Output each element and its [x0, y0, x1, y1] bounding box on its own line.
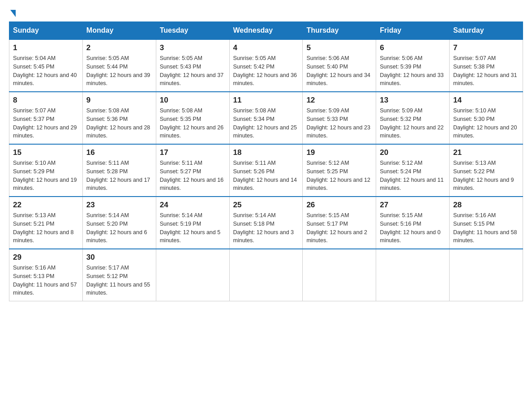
- week-row-4: 22 Sunrise: 5:13 AM Sunset: 5:21 PM Dayl…: [9, 197, 523, 249]
- calendar-cell: 6 Sunrise: 5:06 AM Sunset: 5:39 PM Dayli…: [376, 39, 450, 92]
- logo-triangle-icon: [10, 10, 16, 17]
- day-info: Sunrise: 5:11 AM Sunset: 5:26 PM Dayligh…: [233, 159, 299, 193]
- day-number: 8: [13, 96, 79, 105]
- header-saturday: Saturday: [450, 22, 523, 40]
- header-friday: Friday: [376, 22, 450, 40]
- day-number: 15: [13, 148, 79, 157]
- calendar-cell: 17 Sunrise: 5:11 AM Sunset: 5:27 PM Dayl…: [156, 144, 229, 197]
- day-info: Sunrise: 5:16 AM Sunset: 5:15 PM Dayligh…: [453, 211, 519, 245]
- day-info: Sunrise: 5:12 AM Sunset: 5:24 PM Dayligh…: [380, 159, 446, 193]
- day-number: 5: [306, 43, 372, 52]
- calendar-cell: 3 Sunrise: 5:05 AM Sunset: 5:43 PM Dayli…: [156, 39, 229, 92]
- day-number: 2: [86, 43, 152, 52]
- day-number: 7: [453, 43, 519, 52]
- logo: [9, 9, 16, 17]
- day-info: Sunrise: 5:15 AM Sunset: 5:16 PM Dayligh…: [380, 211, 446, 245]
- day-number: 12: [306, 96, 372, 105]
- day-number: 29: [13, 253, 79, 262]
- day-info: Sunrise: 5:05 AM Sunset: 5:43 PM Dayligh…: [160, 54, 226, 88]
- day-info: Sunrise: 5:08 AM Sunset: 5:36 PM Dayligh…: [86, 107, 152, 140]
- day-info: Sunrise: 5:15 AM Sunset: 5:17 PM Dayligh…: [306, 211, 372, 245]
- day-number: 6: [380, 43, 446, 52]
- calendar-cell: [376, 249, 450, 301]
- calendar-cell: 28 Sunrise: 5:16 AM Sunset: 5:15 PM Dayl…: [450, 197, 523, 249]
- day-number: 21: [453, 148, 519, 157]
- calendar-cell: 14 Sunrise: 5:10 AM Sunset: 5:30 PM Dayl…: [450, 92, 523, 144]
- header-wednesday: Wednesday: [229, 22, 303, 40]
- day-number: 25: [233, 201, 299, 210]
- day-info: Sunrise: 5:06 AM Sunset: 5:39 PM Dayligh…: [380, 54, 446, 88]
- day-info: Sunrise: 5:14 AM Sunset: 5:18 PM Dayligh…: [233, 211, 299, 245]
- day-number: 18: [233, 148, 299, 157]
- calendar-cell: 9 Sunrise: 5:08 AM Sunset: 5:36 PM Dayli…: [82, 92, 156, 144]
- day-number: 14: [453, 96, 519, 105]
- calendar-cell: 1 Sunrise: 5:04 AM Sunset: 5:45 PM Dayli…: [9, 39, 83, 92]
- day-number: 20: [380, 148, 446, 157]
- header-sunday: Sunday: [9, 22, 83, 40]
- header-thursday: Thursday: [303, 22, 376, 40]
- calendar-cell: 5 Sunrise: 5:06 AM Sunset: 5:40 PM Dayli…: [303, 39, 376, 92]
- calendar-cell: [303, 249, 376, 301]
- day-info: Sunrise: 5:13 AM Sunset: 5:22 PM Dayligh…: [453, 159, 519, 193]
- day-info: Sunrise: 5:04 AM Sunset: 5:45 PM Dayligh…: [13, 54, 79, 88]
- day-info: Sunrise: 5:17 AM Sunset: 5:12 PM Dayligh…: [86, 264, 152, 297]
- day-info: Sunrise: 5:08 AM Sunset: 5:34 PM Dayligh…: [233, 107, 299, 140]
- calendar-cell: 23 Sunrise: 5:14 AM Sunset: 5:20 PM Dayl…: [82, 197, 156, 249]
- calendar-cell: 30 Sunrise: 5:17 AM Sunset: 5:12 PM Dayl…: [82, 249, 156, 301]
- calendar-cell: 24 Sunrise: 5:14 AM Sunset: 5:19 PM Dayl…: [156, 197, 229, 249]
- day-number: 23: [86, 201, 152, 210]
- day-number: 28: [453, 201, 519, 210]
- day-number: 30: [86, 253, 152, 262]
- calendar-cell: [156, 249, 229, 301]
- day-number: 1: [13, 43, 79, 52]
- calendar-cell: [229, 249, 303, 301]
- day-info: Sunrise: 5:10 AM Sunset: 5:29 PM Dayligh…: [13, 159, 79, 193]
- day-info: Sunrise: 5:14 AM Sunset: 5:20 PM Dayligh…: [86, 211, 152, 245]
- calendar-cell: 22 Sunrise: 5:13 AM Sunset: 5:21 PM Dayl…: [9, 197, 83, 249]
- calendar-cell: 10 Sunrise: 5:08 AM Sunset: 5:35 PM Dayl…: [156, 92, 229, 144]
- day-info: Sunrise: 5:06 AM Sunset: 5:40 PM Dayligh…: [306, 54, 372, 88]
- day-number: 27: [380, 201, 446, 210]
- calendar-cell: [450, 249, 523, 301]
- calendar-cell: 15 Sunrise: 5:10 AM Sunset: 5:29 PM Dayl…: [9, 144, 83, 197]
- day-number: 22: [13, 201, 79, 210]
- day-info: Sunrise: 5:13 AM Sunset: 5:21 PM Dayligh…: [13, 211, 79, 245]
- day-number: 26: [306, 201, 372, 210]
- day-info: Sunrise: 5:16 AM Sunset: 5:13 PM Dayligh…: [13, 264, 79, 297]
- day-number: 10: [160, 96, 226, 105]
- day-info: Sunrise: 5:14 AM Sunset: 5:19 PM Dayligh…: [160, 211, 226, 245]
- day-number: 13: [380, 96, 446, 105]
- calendar-cell: 13 Sunrise: 5:09 AM Sunset: 5:32 PM Dayl…: [376, 92, 450, 144]
- calendar-cell: 4 Sunrise: 5:05 AM Sunset: 5:42 PM Dayli…: [229, 39, 303, 92]
- day-number: 19: [306, 148, 372, 157]
- calendar-cell: 16 Sunrise: 5:11 AM Sunset: 5:28 PM Dayl…: [82, 144, 156, 197]
- calendar-cell: 18 Sunrise: 5:11 AM Sunset: 5:26 PM Dayl…: [229, 144, 303, 197]
- day-number: 9: [86, 96, 152, 105]
- page-header: [9, 9, 523, 17]
- header-tuesday: Tuesday: [156, 22, 229, 40]
- day-info: Sunrise: 5:07 AM Sunset: 5:38 PM Dayligh…: [453, 54, 519, 88]
- week-row-2: 8 Sunrise: 5:07 AM Sunset: 5:37 PM Dayli…: [9, 92, 523, 144]
- day-info: Sunrise: 5:07 AM Sunset: 5:37 PM Dayligh…: [13, 107, 79, 140]
- day-number: 4: [233, 43, 299, 52]
- weekday-header-row: SundayMondayTuesdayWednesdayThursdayFrid…: [9, 22, 523, 40]
- day-info: Sunrise: 5:11 AM Sunset: 5:28 PM Dayligh…: [86, 159, 152, 193]
- week-row-5: 29 Sunrise: 5:16 AM Sunset: 5:13 PM Dayl…: [9, 249, 523, 301]
- day-info: Sunrise: 5:11 AM Sunset: 5:27 PM Dayligh…: [160, 159, 226, 193]
- day-number: 24: [160, 201, 226, 210]
- calendar-cell: 11 Sunrise: 5:08 AM Sunset: 5:34 PM Dayl…: [229, 92, 303, 144]
- calendar-cell: 2 Sunrise: 5:05 AM Sunset: 5:44 PM Dayli…: [82, 39, 156, 92]
- day-number: 17: [160, 148, 226, 157]
- day-info: Sunrise: 5:05 AM Sunset: 5:42 PM Dayligh…: [233, 54, 299, 88]
- calendar-cell: 19 Sunrise: 5:12 AM Sunset: 5:25 PM Dayl…: [303, 144, 376, 197]
- calendar-cell: 25 Sunrise: 5:14 AM Sunset: 5:18 PM Dayl…: [229, 197, 303, 249]
- week-row-1: 1 Sunrise: 5:04 AM Sunset: 5:45 PM Dayli…: [9, 39, 523, 92]
- day-info: Sunrise: 5:09 AM Sunset: 5:32 PM Dayligh…: [380, 107, 446, 140]
- day-info: Sunrise: 5:08 AM Sunset: 5:35 PM Dayligh…: [160, 107, 226, 140]
- calendar-cell: 21 Sunrise: 5:13 AM Sunset: 5:22 PM Dayl…: [450, 144, 523, 197]
- day-number: 16: [86, 148, 152, 157]
- calendar-cell: 27 Sunrise: 5:15 AM Sunset: 5:16 PM Dayl…: [376, 197, 450, 249]
- calendar-cell: 26 Sunrise: 5:15 AM Sunset: 5:17 PM Dayl…: [303, 197, 376, 249]
- calendar-table: SundayMondayTuesdayWednesdayThursdayFrid…: [9, 21, 523, 301]
- day-info: Sunrise: 5:05 AM Sunset: 5:44 PM Dayligh…: [86, 54, 152, 88]
